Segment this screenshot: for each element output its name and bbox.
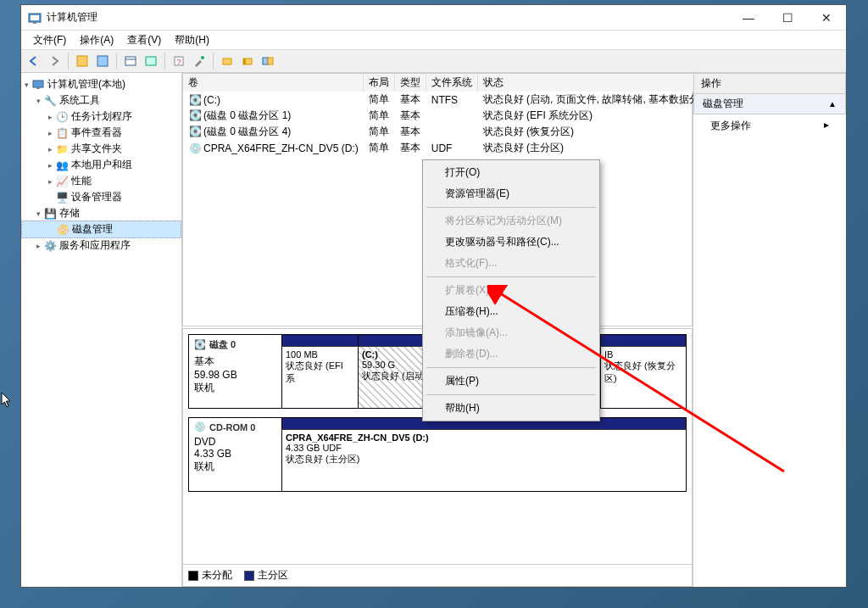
storage-icon: 💾	[43, 207, 57, 220]
volume-list[interactable]: 卷 布局 类型 文件系统 状态 💽(C:)简单基本NTFS状态良好 (启动, 页…	[183, 74, 715, 156]
actions-title[interactable]: 磁盘管理▲	[693, 94, 846, 114]
ctx-add-mirror: 添加镜像(A)...	[425, 322, 598, 343]
disk-btn-2[interactable]	[238, 52, 257, 70]
collapse-icon: ▲	[828, 99, 837, 109]
col-volume[interactable]: 卷	[183, 74, 364, 92]
expand-icon[interactable]: ▸	[45, 161, 55, 170]
svg-rect-2	[33, 22, 36, 24]
volume-row[interactable]: 💿CPRA_X64FRE_ZH-CN_DV5 (D:)简单基本UDF状态良好 (…	[183, 140, 715, 156]
partition-dvd[interactable]: CPRA_X64FRE_ZH-CN_DV5 (D:) 4.33 GB UDF 状…	[282, 418, 686, 491]
col-fs[interactable]: 文件系统	[426, 74, 478, 92]
settings-button[interactable]	[142, 52, 160, 70]
nav-tree[interactable]: ▾计算机管理(本地) ▾🔧系统工具 ▸🕒任务计划程序 ▸📋事件查看器 ▸📁共享文…	[21, 73, 182, 587]
volume-row[interactable]: 💽(磁盘 0 磁盘分区 1)简单基本状态良好 (EFI 系统分区)	[183, 108, 715, 124]
window-title: 计算机管理	[47, 10, 729, 25]
maximize-button[interactable]: ☐	[768, 5, 807, 31]
disk-btn-3[interactable]	[259, 52, 277, 70]
ctx-change-letter[interactable]: 更改驱动器号和路径(C)...	[425, 231, 598, 253]
tree-storage[interactable]: 存储	[59, 206, 80, 220]
ctx-open[interactable]: 打开(O)	[425, 162, 598, 183]
titlebar[interactable]: 计算机管理 — ☐ ✕	[21, 5, 846, 31]
cdrom-0-header[interactable]: 💿CD-ROM 0 DVD 4.33 GB 联机	[189, 418, 282, 491]
svg-rect-5	[125, 57, 136, 65]
ctx-format: 格式化(F)...	[425, 253, 598, 274]
tree-root[interactable]: 计算机管理(本地)	[47, 77, 125, 92]
actions-pane: 操作 磁盘管理▲ 更多操作▸	[693, 73, 846, 587]
mouse-cursor-icon	[1, 392, 13, 409]
menu-action[interactable]: 操作(A)	[73, 31, 120, 49]
users-icon: 👥	[55, 159, 69, 172]
menu-file[interactable]: 文件(F)	[26, 31, 73, 49]
actions-header: 操作	[693, 73, 846, 94]
ctx-help[interactable]: 帮助(H)	[425, 398, 598, 419]
disk-icon: 📀	[56, 223, 70, 237]
disk-btn-1[interactable]	[218, 52, 236, 70]
col-layout[interactable]: 布局	[364, 74, 395, 92]
computer-icon	[31, 78, 45, 92]
tree-shares[interactable]: 共享文件夹	[71, 142, 122, 156]
volume-row[interactable]: 💽(磁盘 0 磁盘分区 4)简单基本状态良好 (恢复分区)	[183, 124, 715, 140]
event-icon: 📋	[55, 126, 69, 140]
menu-view[interactable]: 查看(V)	[120, 31, 168, 49]
expand-icon[interactable]: ▸	[45, 113, 55, 121]
view-btn-2[interactable]	[93, 52, 112, 70]
menu-help[interactable]: 帮助(H)	[168, 31, 216, 49]
expand-icon[interactable]: ▾	[33, 97, 43, 105]
wrench-icon: 🔧	[43, 94, 57, 108]
expand-icon[interactable]: ▸	[45, 145, 55, 153]
cdrom-0-row[interactable]: 💿CD-ROM 0 DVD 4.33 GB 联机 CPRA_X64FRE_ZH-…	[188, 417, 687, 492]
svg-rect-4	[97, 56, 108, 66]
ctx-explorer[interactable]: 资源管理器(E)	[425, 183, 598, 204]
expand-icon[interactable]: ▸	[33, 242, 43, 250]
menubar: 文件(F) 操作(A) 查看(V) 帮助(H)	[21, 31, 846, 49]
legend: 未分配 主分区	[182, 565, 693, 587]
svg-rect-16	[36, 87, 40, 89]
ctx-delete: 删除卷(D)...	[425, 343, 598, 365]
tree-eventviewer[interactable]: 事件查看器	[71, 126, 122, 140]
tree-devmgr[interactable]: 设备管理器	[71, 190, 122, 204]
submenu-icon: ▸	[824, 119, 829, 133]
toolbar: ?	[21, 49, 846, 73]
partition-recovery[interactable]: IB 状态良好 (恢复分区)	[601, 335, 686, 408]
expand-icon[interactable]: ▸	[45, 177, 55, 186]
disk-icon: 💽	[194, 339, 206, 350]
volume-row[interactable]: 💽(C:)简单基本NTFS状态良好 (启动, 页面文件, 故障转储, 基本数据分…	[183, 92, 715, 108]
props-button[interactable]	[190, 52, 209, 70]
svg-point-9	[201, 56, 204, 59]
clock-icon: 🕒	[55, 110, 69, 124]
drive-icon: 💽	[188, 110, 202, 120]
swatch-primary	[244, 571, 254, 581]
expand-icon[interactable]: ▾	[33, 209, 43, 218]
tree-users[interactable]: 本地用户和组	[71, 158, 132, 172]
drive-icon: 💽	[188, 126, 202, 137]
refresh-button[interactable]	[121, 52, 140, 70]
tree-perf[interactable]: 性能	[71, 174, 92, 188]
tree-services[interactable]: 服务和应用程序	[59, 238, 131, 253]
tree-diskmgmt[interactable]: 磁盘管理	[72, 222, 113, 237]
forward-button[interactable]	[45, 52, 64, 70]
cd-icon: 💿	[188, 143, 202, 153]
tree-systools[interactable]: 系统工具	[59, 93, 100, 108]
cd-icon: 💿	[194, 421, 206, 432]
expand-icon[interactable]: ▸	[45, 129, 55, 137]
disk-0-header[interactable]: 💽磁盘 0 基本 59.98 GB 联机	[189, 335, 282, 408]
svg-rect-1	[31, 15, 39, 20]
ctx-properties[interactable]: 属性(P)	[425, 371, 598, 392]
back-button[interactable]	[25, 52, 43, 70]
expand-icon[interactable]: ▾	[21, 81, 31, 89]
partition-efi[interactable]: 100 MB 状态良好 (EFI 系	[282, 335, 359, 408]
minimize-button[interactable]: —	[729, 5, 768, 31]
col-status[interactable]: 状态	[478, 74, 715, 92]
col-type[interactable]: 类型	[395, 74, 426, 92]
help-button[interactable]: ?	[170, 52, 188, 70]
context-menu: 打开(O) 资源管理器(E) 将分区标记为活动分区(M) 更改驱动器号和路径(C…	[422, 159, 600, 421]
ctx-shrink[interactable]: 压缩卷(H)...	[425, 301, 598, 322]
services-icon: ⚙️	[43, 239, 57, 253]
svg-text:?: ?	[176, 58, 181, 66]
actions-more[interactable]: 更多操作▸	[693, 114, 846, 137]
close-button[interactable]: ✕	[807, 5, 846, 31]
svg-rect-12	[243, 59, 246, 64]
tree-scheduler[interactable]: 任务计划程序	[71, 109, 132, 124]
view-btn-1[interactable]	[73, 52, 92, 70]
ctx-mark-active: 将分区标记为活动分区(M)	[425, 210, 598, 231]
